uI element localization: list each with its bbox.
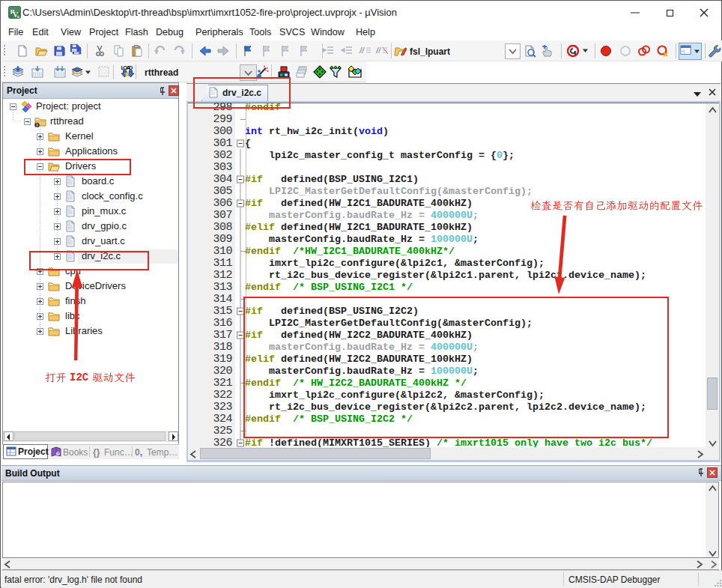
svg-text:I2C: I2C [70, 372, 89, 384]
